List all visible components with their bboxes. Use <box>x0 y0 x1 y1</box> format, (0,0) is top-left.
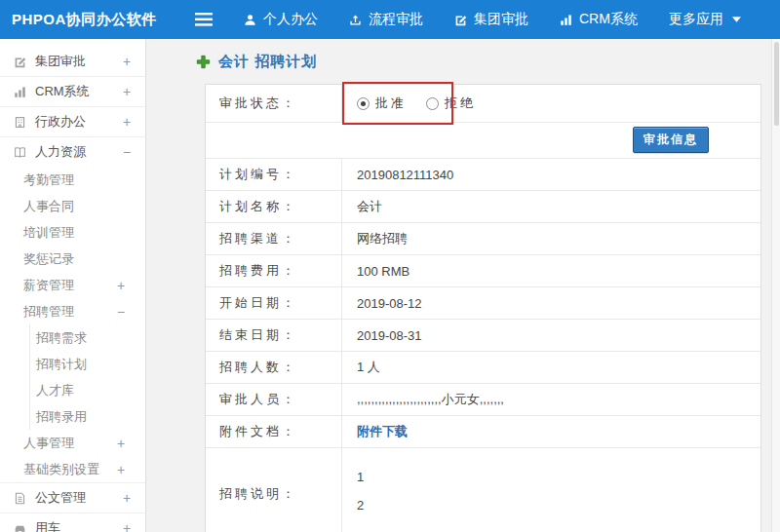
sidebar-item-label: 招聘计划 <box>36 356 87 373</box>
sidebar-item-recruit-hiring[interactable]: 招聘录用 <box>30 403 145 430</box>
form-row-recruit-cost: 招聘费用： 100 RMB <box>206 255 760 287</box>
sidebar-item-label: 人事管理 <box>23 435 74 452</box>
sidebar-item-label: 集团审批 <box>35 53 86 70</box>
sidebar-item-base-category-settings[interactable]: 基础类别设置 + <box>0 456 145 482</box>
field-label: 招聘费用： <box>206 255 342 286</box>
field-value: 1 人 <box>342 352 760 383</box>
attachment-download-link[interactable]: 附件下载 <box>357 423 408 440</box>
nav-label: 集团审批 <box>474 11 528 28</box>
form-row-headcount: 招聘人数： 1 人 <box>206 352 760 384</box>
sidebar-item-group-approval[interactable]: 集团审批 + <box>0 47 145 76</box>
office-building-icon <box>14 116 26 129</box>
sidebar-item-human-resources[interactable]: 人力资源 − <box>0 137 145 167</box>
expand-toggle[interactable]: + <box>120 54 134 69</box>
field-value: 20190812111340 <box>342 159 760 190</box>
app-logo: PHPOA协同办公软件 <box>0 11 181 29</box>
nav-group-approval[interactable]: 集团审批 <box>454 11 528 28</box>
form-row-plan-number: 计划编号： 20190812111340 <box>206 159 760 191</box>
field-value: 附件下载 <box>342 416 760 447</box>
field-value: 100 RMB <box>342 255 760 286</box>
sidebar-item-personnel-management[interactable]: 人事管理 + <box>0 430 145 456</box>
book-icon <box>14 146 26 159</box>
sidebar-item-label: 人事合同 <box>23 198 74 215</box>
field-label: 附件文档： <box>206 416 342 447</box>
radio-label: 拒绝 <box>445 95 476 112</box>
field-value: ,,,,,,,,,,,,,,,,,,,,,,,,小元女,,,,,,, <box>342 384 760 415</box>
field-label: 审批人员： <box>206 384 342 415</box>
expand-toggle[interactable]: + <box>120 84 134 99</box>
field-label: 招聘渠道： <box>206 223 342 254</box>
nav-label: 更多应用 <box>669 11 723 28</box>
expand-toggle[interactable]: + <box>114 436 128 451</box>
sidebar-item-reward-punishment[interactable]: 奖惩记录 <box>0 246 145 272</box>
main-content: 会计 招聘计划 审批状态： 批准 拒绝 审批信息 <box>146 39 771 532</box>
expand-toggle[interactable]: + <box>114 462 128 477</box>
field-value: 批准 拒绝 <box>342 85 760 122</box>
expand-toggle[interactable]: + <box>114 278 128 293</box>
sidebar-item-label: 公文管理 <box>35 489 86 507</box>
field-label: 计划名称： <box>206 191 342 222</box>
sidebar-item-crm[interactable]: CRM系统 + <box>0 77 145 106</box>
form-row-actions: 审批信息 <box>206 123 760 159</box>
scrollbar-thumb[interactable] <box>774 42 779 126</box>
field-label: 计划编号： <box>206 159 342 190</box>
sidebar: 集团审批 + CRM系统 + 行政办公 + <box>0 39 146 532</box>
field-label: 招聘人数： <box>206 352 342 383</box>
field-label: 结束日期： <box>206 320 342 351</box>
vertical-scrollbar[interactable] <box>771 39 780 532</box>
field-value: 2019-08-31 <box>342 320 760 351</box>
form-row-attachment: 附件文档： 附件下载 <box>206 416 760 448</box>
sidebar-toggle-button[interactable] <box>195 13 213 26</box>
sidebar-item-recruitment[interactable]: 招聘管理 − <box>0 298 145 324</box>
form-row-start-date: 开始日期： 2019-08-12 <box>206 287 760 320</box>
sidebar-item-label: 薪资管理 <box>23 277 74 294</box>
sidebar-item-label: 人才库 <box>36 382 74 399</box>
radio-approve[interactable]: 批准 <box>357 95 407 112</box>
topbar: PHPOA协同办公软件 个人办公 流程审批 集团审批 CRM系统 <box>0 0 780 39</box>
sidebar-item-admin-office[interactable]: 行政办公 + <box>0 107 145 136</box>
expand-toggle[interactable]: + <box>120 114 134 130</box>
sidebar-item-label: 基础类别设置 <box>23 461 99 478</box>
field-value: 网络招聘 <box>342 223 760 254</box>
field-value: 1 2 <box>342 448 760 532</box>
top-navigation: 个人办公 流程审批 集团审批 CRM系统 更多应用 <box>244 11 741 28</box>
nav-label: 流程审批 <box>369 11 423 28</box>
sidebar-item-training[interactable]: 培训管理 <box>0 219 145 246</box>
approval-info-button[interactable]: 审批信息 <box>633 127 709 153</box>
page-title: 会计 招聘计划 <box>218 53 317 71</box>
nav-personal-office[interactable]: 个人办公 <box>244 11 318 28</box>
field-label: 开始日期： <box>206 287 342 319</box>
sidebar-item-talent-pool[interactable]: 人才库 <box>30 377 145 403</box>
caret-down-icon <box>732 17 741 22</box>
sidebar-item-label: 招聘需求 <box>36 329 87 347</box>
expand-toggle[interactable]: + <box>120 520 134 532</box>
person-icon <box>244 14 256 26</box>
sidebar-item-label: CRM系统 <box>35 83 90 100</box>
sidebar-item-document-management[interactable]: 公文管理 + <box>0 483 145 513</box>
nav-workflow-approval[interactable]: 流程审批 <box>349 11 423 28</box>
recruit-plan-detail-panel: 审批状态： 批准 拒绝 审批信息 计划编号： 20190812111 <box>205 84 761 532</box>
sidebar-item-personnel-contract[interactable]: 人事合同 <box>0 193 145 219</box>
field-value-line: 1 <box>357 470 364 484</box>
collapse-toggle[interactable]: − <box>120 144 134 160</box>
expand-toggle[interactable]: + <box>120 490 134 506</box>
sidebar-item-recruit-needs[interactable]: 招聘需求 <box>30 324 145 351</box>
nav-crm-system[interactable]: CRM系统 <box>560 11 638 28</box>
collapse-toggle[interactable]: − <box>114 304 128 320</box>
workflow-icon <box>349 14 362 26</box>
sidebar-item-vehicle[interactable]: 用车 + <box>0 513 145 532</box>
sidebar-item-label: 考勤管理 <box>23 171 74 189</box>
nav-more-apps[interactable]: 更多应用 <box>669 11 741 28</box>
form-row-end-date: 结束日期： 2019-08-31 <box>206 320 760 352</box>
nav-label: CRM系统 <box>579 11 638 28</box>
sidebar-item-salary[interactable]: 薪资管理 + <box>0 272 145 298</box>
sidebar-item-recruit-plan[interactable]: 招聘计划 <box>30 351 145 377</box>
sidebar-item-label: 招聘管理 <box>23 303 74 321</box>
sidebar-item-attendance[interactable]: 考勤管理 <box>0 167 145 193</box>
document-icon <box>14 492 26 505</box>
radio-reject[interactable]: 拒绝 <box>426 95 476 112</box>
hamburger-icon <box>195 13 213 26</box>
add-plus-icon <box>196 55 211 69</box>
field-value-line: 2 <box>357 498 364 513</box>
nav-label: 个人办公 <box>263 11 318 28</box>
